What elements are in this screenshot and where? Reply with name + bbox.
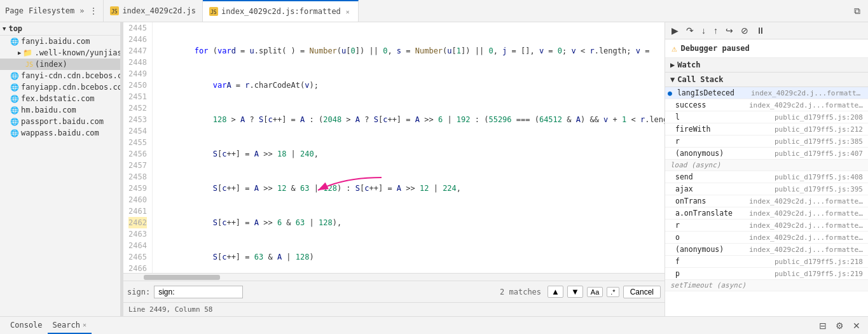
stack-item-2[interactable]: l public_d179ff5.js:208 [665,111,868,123]
stack-item-3[interactable]: fireWith public_d179ff5.js:212 [665,123,868,136]
sidebar-top-header[interactable]: ▼ top [0,22,120,36]
close-panel-button[interactable]: ✕ [850,319,863,332]
tab-index-js[interactable]: JS index_4029c2d.js [104,0,203,22]
stack-item-name: onTrans [675,197,745,205]
step-back-button[interactable]: ↪ [723,24,736,37]
horizontal-scrollbar[interactable] [123,273,665,281]
editor-tab-bar: JS index_4029c2d.js JS index_4029c2d.js:… [104,0,846,22]
sidebar-top-label: top [8,24,22,33]
tab-index-js-formatted-label: index_4029c2d.js:formatted [221,7,341,16]
tab-filesystem[interactable]: Filesystem [29,6,74,15]
stack-item-10[interactable]: a.onTranslate index_4029c2d.j...formatte… [665,207,868,219]
sidebar-item-label: passport.baidu.com [21,117,104,126]
sidebar-item-well-known[interactable]: ▶ 📁 .well-known/yunjiasu-cgi [0,47,120,59]
stack-item-location: public_d179ff5.js:219 [749,270,863,278]
call-stack-label: Call Stack [677,75,723,84]
call-stack-section-header[interactable]: ▼ Call Stack [665,73,868,87]
globe-icon2: 🌐 [10,72,19,80]
stack-item-location: index_4029c2d.j...formatted:7004 [749,209,863,218]
bottom-tab-search[interactable]: Search ✕ [48,317,92,334]
js-icon: JS [25,61,33,68]
more-tabs-icon[interactable]: » [79,6,84,15]
folder-icon: 📁 [23,48,32,57]
watch-label: Watch [677,60,700,69]
tab-page[interactable]: Page [5,6,24,15]
search-next-button[interactable]: ▼ [567,286,583,298]
stack-item-14[interactable]: f public_d179ff5.js:218 [665,256,868,268]
bottom-panel: Console Search ✕ ⊟ ⚙ ✕ [0,316,868,334]
sidebar-item-index[interactable]: JS (index) [0,59,120,70]
sidebar-item-fanyiapp[interactable]: 🌐 fanyiapp.cdn.bcebos.com [0,81,120,93]
search-prev-button[interactable]: ▲ [548,286,563,298]
stack-item-location: public_d179ff5.js:218 [749,258,863,266]
dock-bottom-button[interactable]: ⊟ [816,319,829,332]
sidebar-item-passport[interactable]: 🌐 passport.baidu.com [0,116,120,127]
match-case-button[interactable]: Aa [587,287,603,297]
search-label: sign: [127,288,150,296]
sidebar-item-label: .well-known/yunjiasu-cgi [34,48,121,57]
call-stack-list: langIsDeteced index_4029c2d.j...formatte… [665,87,868,316]
sidebar-item-label: (index) [35,60,67,69]
settings-button[interactable]: ⚙ [833,319,846,332]
async-label-settimeout: setTimeout (async) [665,280,868,291]
stack-item-13[interactable]: (anonymous) index_4029c2d.j...formatted:… [665,244,868,256]
step-into-button[interactable]: ↓ [699,24,708,37]
tab-close-icon[interactable]: ✕ [344,8,352,16]
pause-on-exception-button[interactable]: ⏸ [754,24,768,37]
h-scroll-thumb[interactable] [144,275,220,280]
search-input[interactable] [154,286,243,298]
top-bar-right: ⧉ [846,0,868,22]
stack-item-location: index_4029c2d.j...formatted:6911 [749,197,863,205]
stack-item-8[interactable]: ajax public_d179ff5.js:395 [665,183,868,195]
stack-item-12[interactable]: o index_4029c2d.j...formatted:4394 [665,232,868,244]
stack-item-15[interactable]: p public_d179ff5.js:219 [665,268,868,280]
search-tab-close-icon[interactable]: ✕ [83,321,86,328]
code-text[interactable]: for (var d = u.split( ) = Number(u[0]) |… [153,22,665,273]
sidebar-item-label: fanyi-cdn.cdn.bcebos.com [21,71,121,80]
menu-icon[interactable]: ⋮ [89,6,98,16]
bottom-tab-console[interactable]: Console [5,317,48,334]
svg-text:JS: JS [210,10,217,15]
restore-window-button[interactable]: ⧉ [851,4,863,18]
search-cancel-button[interactable]: Cancel [623,286,661,298]
sidebar-item-wappass[interactable]: 🌐 wappass.baidu.com [0,127,120,139]
stack-item-name: (anonymous) [675,245,745,254]
stack-item-4[interactable]: r public_d179ff5.js:385 [665,136,868,148]
sidebar-item-hm[interactable]: 🌐 hm.baidu.com [0,104,120,116]
sidebar-item-fanyi-baidu[interactable]: 🌐 fanyi.baidu.com [0,36,120,47]
stack-item-name: r [675,221,745,230]
stack-item-name: r [675,137,745,146]
stack-item-7[interactable]: send public_d179ff5.js:408 [665,171,868,183]
search-bar: sign: 2 matches ▲ ▼ Aa .* Cancel [123,281,665,302]
stack-item-location: public_d179ff5.js:212 [749,125,863,134]
sidebar-item-label: fex.bdstatic.com [21,94,95,103]
stack-item-name: success [675,101,745,109]
stack-item-1[interactable]: success index_4029c2d.j...formatted:6916 [665,99,868,111]
watch-section-header[interactable]: ▶ Watch [665,58,868,73]
code-scroll-area[interactable]: 2445 2446 2447 2448 2449 2450 2451 2452 … [123,22,665,273]
deactivate-button[interactable]: ⊘ [738,24,751,37]
sidebar-tabs: Page Filesystem » ⋮ [0,0,104,22]
code-editor: 2445 2446 2447 2448 2449 2450 2451 2452 … [123,22,665,316]
sidebar-item-fanyi-cdn[interactable]: 🌐 fanyi-cdn.cdn.bcebos.com [0,70,120,81]
stack-item-11[interactable]: r index_4029c2d.j...formatted:4378 [665,219,868,232]
step-over-button[interactable]: ↷ [684,24,696,37]
tab-index-js-formatted[interactable]: JS index_4029c2d.js:formatted ✕ [203,0,359,22]
stack-item-5[interactable]: (anonymous) public_d179ff5.js:407 [665,148,868,160]
stack-item-9[interactable]: onTrans index_4029c2d.j...formatted:6911 [665,195,868,207]
stack-item-0[interactable]: langIsDeteced index_4029c2d.j...formatte… [665,87,868,99]
stack-item-name: ajax [675,184,745,193]
bottom-right-icons: ⊟ ⚙ ✕ [816,319,863,332]
stack-item-location: index_4029c2d.j...formatted:6916 [749,101,863,109]
globe-icon7: 🌐 [10,129,19,137]
sidebar-item-fex[interactable]: 🌐 fex.bdstatic.com [0,93,120,104]
resume-button[interactable]: ▶ [669,24,681,37]
regex-button[interactable]: .* [607,287,619,297]
stack-item-name: fireWith [675,125,745,134]
debugger-paused-header: ⚠ Debugger paused [665,39,868,58]
globe-icon: 🌐 [10,38,19,46]
js-file-icon: JS [110,6,119,15]
warning-icon: ⚠ [672,43,677,53]
chevron-down-icon: ▼ [3,25,6,32]
step-out-button[interactable]: ↑ [711,24,720,37]
